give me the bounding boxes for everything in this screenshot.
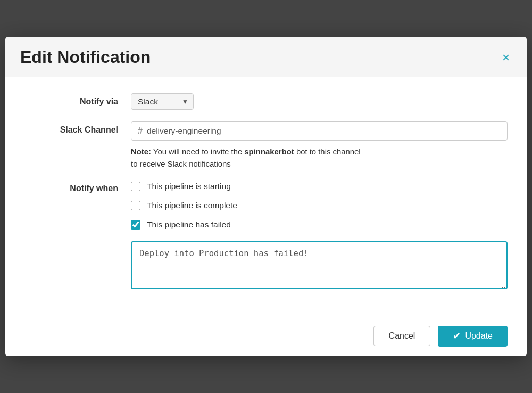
slack-channel-label: Slack Channel bbox=[24, 121, 131, 135]
checkbox-starting[interactable] bbox=[131, 182, 140, 191]
note-suffix: bot to this channel bbox=[294, 148, 361, 156]
hash-icon: # bbox=[138, 126, 143, 136]
checkbox-row-starting: This pipeline is starting bbox=[131, 182, 508, 191]
note-prefix: Note: bbox=[131, 148, 151, 156]
channel-input-wrapper: # bbox=[131, 121, 508, 141]
checkmark-icon: ✔ bbox=[453, 331, 461, 342]
notify-when-label: Notify when bbox=[24, 182, 131, 193]
notify-via-select-wrapper: Slack Email PagerDuty ▼ bbox=[131, 93, 194, 110]
notify-via-select[interactable]: Slack Email PagerDuty bbox=[131, 93, 194, 110]
failure-message-textarea[interactable]: Deploy into Production has failed! bbox=[131, 241, 508, 289]
dialog-footer: Cancel ✔ Update bbox=[5, 316, 527, 356]
checkbox-failed-label: This pipeline has failed bbox=[147, 220, 231, 230]
dialog-header: Edit Notification × bbox=[5, 37, 527, 77]
notify-via-row: Notify via Slack Email PagerDuty ▼ bbox=[24, 93, 508, 110]
notify-options: This pipeline is starting This pipeline … bbox=[131, 182, 508, 291]
slack-channel-row: Slack Channel # Note: You will need to i… bbox=[24, 121, 508, 170]
cancel-button[interactable]: Cancel bbox=[373, 326, 431, 346]
checkbox-complete-label: This pipeline is complete bbox=[147, 201, 237, 210]
dialog-body: Notify via Slack Email PagerDuty ▼ Slack… bbox=[5, 77, 527, 316]
slack-channel-input[interactable] bbox=[147, 122, 501, 140]
spinnakerbot-name: spinnakerbot bbox=[244, 148, 294, 156]
update-label: Update bbox=[465, 331, 493, 341]
checkbox-failed[interactable] bbox=[131, 220, 140, 230]
note-line2: to receive Slack notifications bbox=[131, 160, 231, 168]
close-button[interactable]: × bbox=[500, 51, 512, 64]
slack-channel-control: # Note: You will need to invite the spin… bbox=[131, 121, 508, 170]
note-body: You will need to invite the bbox=[151, 148, 244, 156]
notify-when-row: Notify when This pipeline is starting Th… bbox=[24, 182, 508, 291]
checkbox-row-failed: This pipeline has failed bbox=[131, 220, 508, 230]
edit-notification-dialog: Edit Notification × Notify via Slack Ema… bbox=[5, 37, 527, 356]
dialog-overlay: Edit Notification × Notify via Slack Ema… bbox=[0, 0, 532, 393]
checkbox-complete[interactable] bbox=[131, 201, 140, 210]
checkbox-starting-label: This pipeline is starting bbox=[147, 182, 231, 191]
notify-via-control: Slack Email PagerDuty ▼ bbox=[131, 93, 508, 110]
update-button[interactable]: ✔ Update bbox=[438, 326, 508, 347]
note-text: Note: You will need to invite the spinna… bbox=[131, 146, 508, 170]
dialog-title: Edit Notification bbox=[20, 47, 151, 67]
checkbox-row-complete: This pipeline is complete bbox=[131, 201, 508, 210]
notify-via-label: Notify via bbox=[24, 93, 131, 107]
